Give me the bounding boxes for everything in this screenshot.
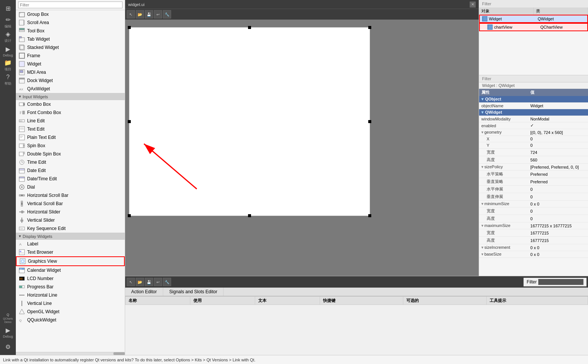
widget-item-vscrollbar[interactable]: Vertical Scroll Bar xyxy=(16,200,125,208)
canvas-toolbar: ↖ 📂 💾 ↩ 🔧 xyxy=(125,9,479,20)
action-col-tooltip: 工具提示 xyxy=(486,297,588,305)
design-canvas[interactable] xyxy=(129,27,370,216)
props-row-minwidth: 宽度 0 xyxy=(479,207,588,215)
widget-item-progressbar[interactable]: Progress Bar xyxy=(16,283,125,291)
svg-rect-21 xyxy=(23,111,24,114)
datetimeedit-icon xyxy=(19,176,25,182)
right-panel: 对象 类 Widget QWidget xyxy=(479,0,588,276)
action-tool-4[interactable]: ↩ xyxy=(154,278,162,286)
svg-rect-10 xyxy=(19,53,24,58)
widget-item-stackedwidget[interactable]: Stacked Widget xyxy=(16,43,125,52)
widget-item-groupbox[interactable]: G Group Box xyxy=(16,10,125,18)
widget-filter-row xyxy=(16,0,125,10)
calendarwidget-icon: 12 xyxy=(19,267,25,273)
widget-item-qaxwidget[interactable]: AX QAxWidget xyxy=(16,85,125,93)
widget-item-spinbox[interactable]: Spin Box xyxy=(16,142,125,150)
sidebar-icon-edit[interactable]: ✏ 编辑 xyxy=(1,16,15,29)
widget-item-doublespinbox[interactable]: Double Spin Box xyxy=(16,150,125,158)
widget-item-combobox[interactable]: ▾ Combo Box xyxy=(16,100,125,108)
widget-item-calendarwidget[interactable]: 12 Calendar Widget xyxy=(16,266,125,274)
widget-item-tabwidget[interactable]: Tab Widget xyxy=(16,35,125,43)
widget-item-mdiarea[interactable]: MDI Area xyxy=(16,68,125,76)
vslider-icon xyxy=(19,217,25,223)
lineedit-icon: abc xyxy=(19,118,25,124)
grid-icon: ⊞ xyxy=(6,5,11,12)
sidebar-icon-settings[interactable]: ⚙ xyxy=(1,340,15,353)
canvas-tool-open[interactable]: 📂 xyxy=(136,10,144,18)
widget-item-openglwidget[interactable]: OpenGL Widget xyxy=(16,308,125,316)
svg-rect-39 xyxy=(19,169,24,170)
widget-item-frame[interactable]: Frame xyxy=(16,52,125,60)
props-row-objectname: objectName Widget xyxy=(479,103,588,109)
props-breadcrumb: Widget : QWidget xyxy=(479,82,588,89)
sidebar-icon-project[interactable]: 📁 项目 xyxy=(1,59,15,72)
props-row-maxheight: 高度 16777215 xyxy=(479,237,588,244)
sidebar-icon-help[interactable]: ? 帮助 xyxy=(1,73,15,87)
widget-item-dial[interactable]: Dial xyxy=(16,183,125,191)
spinbox-icon xyxy=(19,143,25,149)
handle-top[interactable] xyxy=(248,26,251,29)
widget-item-dockwidget[interactable]: Dock Widget xyxy=(16,76,125,85)
sidebar-icon-demo[interactable]: Q QCharts Demo xyxy=(1,311,15,325)
object-inspector-filter xyxy=(479,0,588,8)
object-filter-input[interactable] xyxy=(482,2,585,6)
widget-item-vline[interactable]: Vertical Line xyxy=(16,299,125,308)
action-tool-3[interactable]: 💾 xyxy=(145,278,153,286)
sidebar-icon-debug[interactable]: ▶ Debug xyxy=(1,44,15,58)
widget-item-graphicsview[interactable]: Graphics View xyxy=(16,256,125,266)
close-canvas-button[interactable]: ✕ xyxy=(470,2,476,8)
bottom-toolbar: ↖ 📂 💾 ↩ 🔧 Filter xyxy=(125,276,588,288)
action-filter-input[interactable] xyxy=(538,279,583,285)
keyseqedit-icon: Ctrl xyxy=(19,225,25,231)
widget-item-fontcombobox[interactable]: F Font Combo Box xyxy=(16,108,125,117)
svg-point-43 xyxy=(21,186,23,188)
lcdnumber-icon: 88 xyxy=(19,276,25,282)
handle-bottomleft[interactable] xyxy=(128,214,131,217)
object-row-widget[interactable]: Widget QWidget xyxy=(479,15,588,23)
widget-item-widget[interactable]: Widget xyxy=(16,60,125,68)
widget-item-vslider[interactable]: Vertical Slider xyxy=(16,216,125,224)
action-tool-2[interactable]: 📂 xyxy=(136,278,144,286)
widget-item-hscrollbar[interactable]: Horizontal Scroll Bar xyxy=(16,191,125,200)
widget-item-dateedit[interactable]: Date Edit xyxy=(16,166,125,175)
widget-filter-input[interactable] xyxy=(18,2,122,8)
canvas-tool-pointer[interactable]: ↖ xyxy=(127,10,135,18)
handle-left[interactable] xyxy=(128,120,131,123)
action-tool-1[interactable]: ↖ xyxy=(127,278,135,286)
handle-right[interactable] xyxy=(368,120,371,123)
canvas-tool-wrench[interactable]: 🔧 xyxy=(163,10,171,18)
canvas-tool-undo[interactable]: ↩ xyxy=(154,10,162,18)
sidebar-icon-debug2[interactable]: ▶ Debug xyxy=(1,326,15,339)
handle-topleft[interactable] xyxy=(128,26,131,29)
widget-item-hline[interactable]: Horizontal Line xyxy=(16,291,125,299)
dockwidget-icon xyxy=(19,78,25,84)
widget-item-scrollarea[interactable]: Scroll Area xyxy=(16,18,125,27)
widget-item-textedit[interactable]: Text Edit xyxy=(16,125,125,133)
object-row-chartview[interactable]: chartView QChartView xyxy=(479,23,588,31)
action-tool-5[interactable]: 🔧 xyxy=(163,278,171,286)
widget-item-keyseqedit[interactable]: Ctrl Key Sequence Edit xyxy=(16,224,125,233)
widget-item-qquickwidget[interactable]: Q QQuickWidget xyxy=(16,316,125,324)
widget-item-lineedit[interactable]: abc Line Edit xyxy=(16,117,125,125)
handle-topright[interactable] xyxy=(368,26,371,29)
props-filter-input[interactable] xyxy=(482,76,585,81)
canvas-tool-save[interactable]: 💾 xyxy=(145,10,153,18)
object-tree-header: 对象 类 xyxy=(479,8,588,15)
widget-item-toolbox[interactable]: Tool Box xyxy=(16,27,125,35)
widget-item-plaintextedit[interactable]: Plain Text Edit xyxy=(16,133,125,142)
handle-bottomright[interactable] xyxy=(368,214,371,217)
tab-action-editor[interactable]: Action Editor xyxy=(125,288,163,296)
sidebar-icon-grid[interactable]: ⊞ xyxy=(1,2,15,15)
sidebar-icon-design[interactable]: ◈ 设计 xyxy=(1,30,15,44)
chartview-tree-icon xyxy=(487,24,493,30)
widget-item-datetimeedit[interactable]: Date/Time Edit xyxy=(16,175,125,183)
widget-item-textbrowser[interactable]: AI Text Browser xyxy=(16,248,125,256)
design-canvas-area[interactable] xyxy=(125,20,479,276)
widget-item-label[interactable]: A Label xyxy=(16,240,125,248)
handle-bottom[interactable] xyxy=(248,214,251,217)
object-row-content: Widget QWidget xyxy=(489,17,585,21)
widget-item-hslider[interactable]: Horizontal Slider xyxy=(16,208,125,216)
widget-item-lcdnumber[interactable]: 88 LCD Number xyxy=(16,274,125,283)
tab-signals-slots[interactable]: Signals and Slots Editor xyxy=(163,288,224,296)
widget-item-timeedit[interactable]: Time Edit xyxy=(16,158,125,166)
